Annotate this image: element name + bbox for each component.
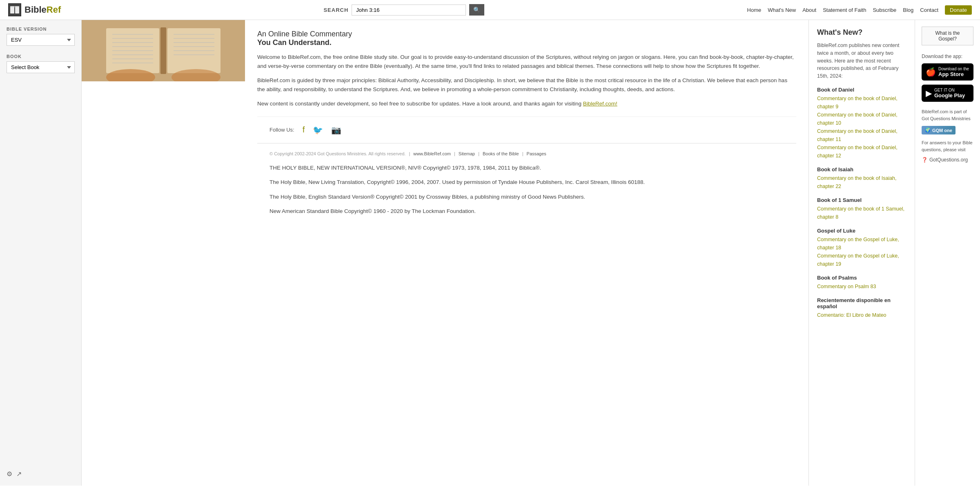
bible-notice-4: New American Standard Bible Copyright© 1… [270,207,784,216]
bible-version-label: BIBLE VERSION [7,27,75,31]
play-icon: ▶ [926,88,932,98]
footer-links: © Copyright 2002-2024 Got Questions Mini… [270,150,784,158]
answers-text: For answers to your Bible questions, ple… [922,139,973,153]
svg-rect-23 [160,27,166,74]
apple-icon: 🍎 [926,67,936,77]
footer-link-website[interactable]: www.BibleRef.com [413,150,451,158]
gqm-badge-text: GQM one [932,128,952,133]
hero-image [82,20,245,81]
luke-section: Gospel of Luke Commentary on the Gospel … [817,228,906,268]
bible-version-section: BIBLE VERSION ESV NIV NLT NASB KJV [7,27,75,46]
footer: © Copyright 2002-2024 Got Questions Mini… [257,143,796,222]
footer-link-sitemap[interactable]: Sitemap [459,150,475,158]
daniel-section: Book of Daniel Commentary on the book of… [817,87,906,160]
donate-button[interactable]: Donate [945,5,972,15]
main-content: An Online Bible Commentary You Can Under… [82,20,808,486]
follow-label: Follow Us: [270,127,294,133]
whats-new-intro: BibleRef.com publishes new content twice… [817,42,906,80]
isaiah-section: Book of Isaiah Commentary on the book of… [817,166,906,190]
content-with-hero: An Online Bible Commentary You Can Under… [82,20,808,232]
isaiah-title: Book of Isaiah [817,166,906,172]
book-select[interactable]: Select Book Genesis Exodus Matthew John [7,61,75,73]
luke-ch18-link[interactable]: Commentary on the Gospel of Luke, chapte… [817,235,906,252]
header: BibleRef SEARCH 🔍 Home What's New About … [0,0,980,20]
bibleref-link[interactable]: BibleRef.com! [583,101,617,107]
daniel-ch11-link[interactable]: Commentary on the book of Daniel, chapte… [817,127,906,143]
separator-4: | [522,150,523,158]
bible-notice-3: The Holy Bible, English Standard Version… [270,193,784,202]
google-play-label: GET IT ON [934,88,965,92]
luke-ch19-link[interactable]: Commentary on the Gospel of Luke, chapte… [817,252,906,268]
luke-title: Gospel of Luke [817,228,906,234]
search-input[interactable] [352,4,466,16]
search-button[interactable]: 🔍 [469,4,484,16]
instagram-icon[interactable]: 📷 [331,125,341,135]
nav-whats-new[interactable]: What's New [768,7,796,13]
app-store-name: App Store [938,71,969,77]
whats-new-title: What's New? [817,28,906,37]
sidebar: BIBLE VERSION ESV NIV NLT NASB KJV BOOK … [0,20,82,486]
bible-notice-1: THE HOLY BIBLE, NEW INTERNATIONAL VERSIO… [270,163,784,172]
twitter-icon[interactable]: 🐦 [313,125,323,135]
espanol-section: Recientemente disponible en español Come… [817,297,906,319]
main-nav: Home What's New About Statement of Faith… [747,5,972,15]
footer-link-passages[interactable]: Passages [527,150,546,158]
whats-new-section: What's New? BibleRef.com publishes new c… [817,28,906,319]
daniel-ch12-link[interactable]: Commentary on the book of Daniel, chapte… [817,143,906,160]
app-store-button[interactable]: 🍎 Download on the App Store [922,63,973,81]
espanol-title: Recientemente disponible en español [817,297,906,309]
settings-icon[interactable]: ⚙ [7,470,12,478]
gq-url: GotQuestions.org [929,157,968,163]
intro-paragraph-1: Welcome to BibleRef.com, the free online… [257,53,796,70]
separator-3: | [478,150,479,158]
intro-paragraph-2: BibleRef.com is guided by three major pr… [257,76,796,94]
nav-subscribe[interactable]: Subscribe [873,7,896,13]
bible-notice-2: The Holy Bible, New Living Translation, … [270,178,784,187]
nav-blog[interactable]: Blog [903,7,913,13]
daniel-ch9-link[interactable]: Commentary on the book of Daniel, chapte… [817,94,906,111]
google-play-button[interactable]: ▶ GET IT ON Google Play [922,85,973,102]
google-play-name: Google Play [934,92,965,99]
samuel-section: Book of 1 Samuel Commentary on the book … [817,197,906,221]
nav-statement-of-faith[interactable]: Statement of Faith [823,7,866,13]
intro-paragraph-3: New content is constantly under developm… [257,99,796,108]
gq-icon: ❓ [922,157,928,163]
isaiah-ch22-link[interactable]: Commentary on the book of Isaiah, chapte… [817,174,906,190]
samuel-ch8-link[interactable]: Commentary on the book of 1 Samuel, chap… [817,205,906,221]
psalm-83-link[interactable]: Commentary on Psalm 83 [817,282,906,291]
nav-contact[interactable]: Contact [920,7,938,13]
logo-text: BibleRef [24,4,61,15]
gqm-logo[interactable]: 🌍 GQM one [922,126,973,134]
partnership-text: BibleRef.com is part of Got Questions Mi… [922,108,973,122]
follow-section: Follow Us: f 🐦 📷 [257,116,796,143]
facebook-icon[interactable]: f [303,125,305,134]
separator-2: | [454,150,455,158]
book-label: BOOK [7,54,75,59]
daniel-title: Book of Daniel [817,87,906,93]
whats-new-panel: What's New? BibleRef.com publishes new c… [808,20,915,486]
logo-icon [8,3,21,16]
logo[interactable]: BibleRef [8,3,61,16]
download-label: Download the app: [922,54,973,59]
book-section: BOOK Select Book Genesis Exodus Matthew … [7,54,75,73]
page-layout: BIBLE VERSION ESV NIV NLT NASB KJV BOOK … [0,20,980,486]
app-store-label: Download on the [938,67,969,71]
samuel-title: Book of 1 Samuel [817,197,906,203]
bible-version-select[interactable]: ESV NIV NLT NASB KJV [7,34,75,46]
content-text-area: An Online Bible Commentary You Can Under… [245,20,808,232]
nav-home[interactable]: Home [747,7,762,13]
daniel-ch10-link[interactable]: Commentary on the book of Daniel, chapte… [817,111,906,127]
gospel-button[interactable]: What is the Gospel? [922,27,973,45]
main-heading: An Online Bible Commentary You Can Under… [257,30,796,47]
search-label: SEARCH [323,7,348,13]
nav-about[interactable]: About [802,7,816,13]
psalms-title: Book of Psalms [817,275,906,281]
copyright-text: © Copyright 2002-2024 Got Questions Mini… [270,150,405,158]
footer-link-books[interactable]: Books of the Bible [483,150,519,158]
got-questions-link[interactable]: ❓ GotQuestions.org [922,157,973,163]
share-icon[interactable]: ↗ [16,470,22,478]
svg-rect-3 [10,6,19,7]
mateo-link[interactable]: Comentario: El Libro de Mateo [817,311,906,319]
psalms-section: Book of Psalms Commentary on Psalm 83 [817,275,906,291]
search-area: SEARCH 🔍 [323,4,484,16]
